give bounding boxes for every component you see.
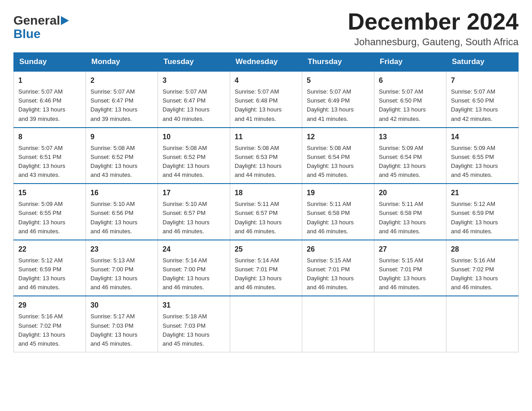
day-info: Sunrise: 5:09 AMSunset: 6:55 PMDaylight:… xyxy=(18,200,81,236)
calendar-week-row: 8Sunrise: 5:07 AMSunset: 6:51 PMDaylight… xyxy=(14,128,519,184)
day-info: Sunrise: 5:16 AMSunset: 7:02 PMDaylight:… xyxy=(18,312,81,348)
table-row: 21Sunrise: 5:12 AMSunset: 6:59 PMDayligh… xyxy=(446,184,519,240)
header-monday: Monday xyxy=(86,53,158,72)
table-row: 30Sunrise: 5:17 AMSunset: 7:03 PMDayligh… xyxy=(86,296,158,352)
day-number: 14 xyxy=(451,132,514,142)
calendar-subtitle: Johannesburg, Gauteng, South Africa xyxy=(348,36,519,48)
logo: General Blue xyxy=(13,13,71,40)
day-info: Sunrise: 5:15 AMSunset: 7:01 PMDaylight:… xyxy=(379,256,442,292)
title-section: December 2024 Johannesburg, Gauteng, Sou… xyxy=(348,9,519,48)
table-row: 10Sunrise: 5:08 AMSunset: 6:52 PMDayligh… xyxy=(158,128,230,184)
day-number: 17 xyxy=(163,188,225,198)
day-info: Sunrise: 5:07 AMSunset: 6:50 PMDaylight:… xyxy=(379,87,442,124)
day-info: Sunrise: 5:15 AMSunset: 7:01 PMDaylight:… xyxy=(307,256,369,292)
table-row: 5Sunrise: 5:07 AMSunset: 6:49 PMDaylight… xyxy=(302,71,374,128)
day-info: Sunrise: 5:12 AMSunset: 6:59 PMDaylight:… xyxy=(451,200,514,236)
table-row xyxy=(230,296,302,352)
day-info: Sunrise: 5:14 AMSunset: 7:01 PMDaylight:… xyxy=(235,256,297,292)
day-number: 26 xyxy=(307,244,369,255)
day-number: 5 xyxy=(307,75,369,86)
header-wednesday: Wednesday xyxy=(230,53,302,72)
day-number: 25 xyxy=(235,244,297,255)
table-row: 3Sunrise: 5:07 AMSunset: 6:47 PMDaylight… xyxy=(158,71,230,128)
day-number: 16 xyxy=(90,188,153,198)
day-info: Sunrise: 5:08 AMSunset: 6:52 PMDaylight:… xyxy=(90,144,153,180)
day-number: 21 xyxy=(451,188,514,198)
day-info: Sunrise: 5:12 AMSunset: 6:59 PMDaylight:… xyxy=(18,256,81,292)
logo-general: General xyxy=(13,14,60,27)
day-number: 15 xyxy=(18,188,81,198)
day-info: Sunrise: 5:09 AMSunset: 6:54 PMDaylight:… xyxy=(379,144,442,180)
day-info: Sunrise: 5:07 AMSunset: 6:46 PMDaylight:… xyxy=(18,87,81,124)
table-row: 4Sunrise: 5:07 AMSunset: 6:48 PMDaylight… xyxy=(230,71,302,128)
calendar-table: Sunday Monday Tuesday Wednesday Thursday… xyxy=(13,52,519,352)
page-header: General Blue December 2024 Johannesburg,… xyxy=(13,9,519,48)
day-info: Sunrise: 5:07 AMSunset: 6:50 PMDaylight:… xyxy=(451,87,514,124)
day-number: 8 xyxy=(18,132,81,142)
day-number: 18 xyxy=(235,188,297,198)
day-info: Sunrise: 5:10 AMSunset: 6:57 PMDaylight:… xyxy=(163,200,225,236)
day-number: 31 xyxy=(163,300,225,311)
header-thursday: Thursday xyxy=(302,53,374,72)
table-row: 7Sunrise: 5:07 AMSunset: 6:50 PMDaylight… xyxy=(446,71,519,128)
day-number: 10 xyxy=(163,132,225,142)
day-info: Sunrise: 5:07 AMSunset: 6:47 PMDaylight:… xyxy=(90,87,153,124)
day-number: 28 xyxy=(451,244,514,255)
table-row: 14Sunrise: 5:09 AMSunset: 6:55 PMDayligh… xyxy=(446,128,519,184)
day-number: 24 xyxy=(163,244,225,255)
table-row: 28Sunrise: 5:16 AMSunset: 7:02 PMDayligh… xyxy=(446,240,519,296)
calendar-title: December 2024 xyxy=(348,9,519,34)
day-info: Sunrise: 5:07 AMSunset: 6:51 PMDaylight:… xyxy=(18,144,81,180)
table-row: 12Sunrise: 5:08 AMSunset: 6:54 PMDayligh… xyxy=(302,128,374,184)
table-row: 22Sunrise: 5:12 AMSunset: 6:59 PMDayligh… xyxy=(14,240,86,296)
table-row: 20Sunrise: 5:11 AMSunset: 6:58 PMDayligh… xyxy=(374,184,446,240)
day-number: 29 xyxy=(18,300,81,311)
day-info: Sunrise: 5:07 AMSunset: 6:48 PMDaylight:… xyxy=(235,87,297,124)
day-info: Sunrise: 5:10 AMSunset: 6:56 PMDaylight:… xyxy=(90,200,153,236)
day-number: 23 xyxy=(90,244,153,255)
day-number: 7 xyxy=(451,75,514,86)
table-row: 2Sunrise: 5:07 AMSunset: 6:47 PMDaylight… xyxy=(86,71,158,128)
table-row: 11Sunrise: 5:08 AMSunset: 6:53 PMDayligh… xyxy=(230,128,302,184)
svg-marker-0 xyxy=(61,16,69,25)
day-info: Sunrise: 5:16 AMSunset: 7:02 PMDaylight:… xyxy=(451,256,514,292)
calendar-header-row: Sunday Monday Tuesday Wednesday Thursday… xyxy=(14,53,519,72)
table-row xyxy=(374,296,446,352)
table-row xyxy=(302,296,374,352)
day-info: Sunrise: 5:17 AMSunset: 7:03 PMDaylight:… xyxy=(90,312,153,348)
table-row: 19Sunrise: 5:11 AMSunset: 6:58 PMDayligh… xyxy=(302,184,374,240)
table-row: 16Sunrise: 5:10 AMSunset: 6:56 PMDayligh… xyxy=(86,184,158,240)
day-info: Sunrise: 5:09 AMSunset: 6:55 PMDaylight:… xyxy=(451,144,514,180)
table-row: 31Sunrise: 5:18 AMSunset: 7:03 PMDayligh… xyxy=(158,296,230,352)
day-number: 11 xyxy=(235,132,297,142)
table-row: 15Sunrise: 5:09 AMSunset: 6:55 PMDayligh… xyxy=(14,184,86,240)
table-row xyxy=(446,296,519,352)
table-row: 9Sunrise: 5:08 AMSunset: 6:52 PMDaylight… xyxy=(86,128,158,184)
table-row: 1Sunrise: 5:07 AMSunset: 6:46 PMDaylight… xyxy=(14,71,86,128)
day-info: Sunrise: 5:08 AMSunset: 6:54 PMDaylight:… xyxy=(307,144,369,180)
day-number: 30 xyxy=(90,300,153,311)
header-saturday: Saturday xyxy=(446,53,519,72)
header-friday: Friday xyxy=(374,53,446,72)
calendar-week-row: 29Sunrise: 5:16 AMSunset: 7:02 PMDayligh… xyxy=(14,296,519,352)
day-number: 20 xyxy=(379,188,442,198)
day-info: Sunrise: 5:11 AMSunset: 6:57 PMDaylight:… xyxy=(235,200,297,236)
table-row: 24Sunrise: 5:14 AMSunset: 7:00 PMDayligh… xyxy=(158,240,230,296)
day-info: Sunrise: 5:07 AMSunset: 6:47 PMDaylight:… xyxy=(163,87,225,124)
day-number: 19 xyxy=(307,188,369,198)
day-info: Sunrise: 5:14 AMSunset: 7:00 PMDaylight:… xyxy=(163,256,225,292)
table-row: 8Sunrise: 5:07 AMSunset: 6:51 PMDaylight… xyxy=(14,128,86,184)
day-info: Sunrise: 5:08 AMSunset: 6:52 PMDaylight:… xyxy=(163,144,225,180)
day-number: 12 xyxy=(307,132,369,142)
day-number: 22 xyxy=(18,244,81,255)
day-info: Sunrise: 5:11 AMSunset: 6:58 PMDaylight:… xyxy=(379,200,442,236)
logo-blue: Blue xyxy=(13,28,41,40)
day-info: Sunrise: 5:11 AMSunset: 6:58 PMDaylight:… xyxy=(307,200,369,236)
day-number: 2 xyxy=(90,75,153,86)
day-number: 4 xyxy=(235,75,297,86)
day-info: Sunrise: 5:13 AMSunset: 7:00 PMDaylight:… xyxy=(90,256,153,292)
day-number: 6 xyxy=(379,75,442,86)
day-number: 13 xyxy=(379,132,442,142)
day-info: Sunrise: 5:07 AMSunset: 6:49 PMDaylight:… xyxy=(307,87,369,124)
table-row: 25Sunrise: 5:14 AMSunset: 7:01 PMDayligh… xyxy=(230,240,302,296)
